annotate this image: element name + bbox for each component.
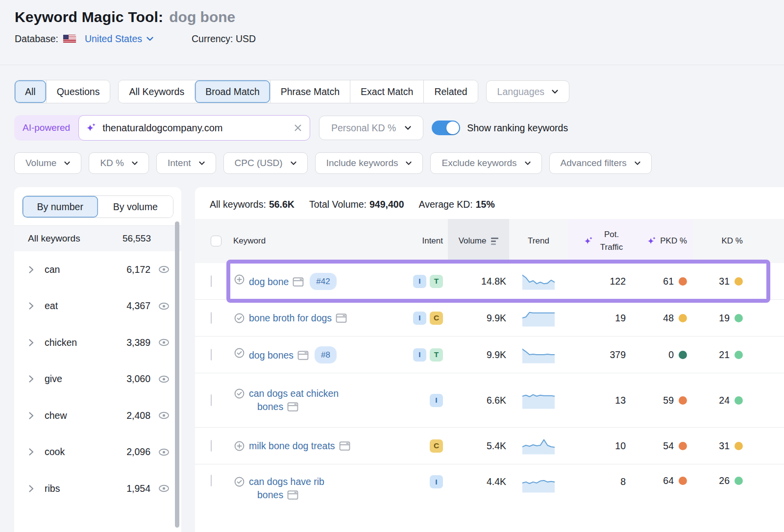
pot-traffic-value: 122 <box>568 276 632 287</box>
chevron-down-icon <box>635 161 640 166</box>
keyword-link[interactable]: can dogs eat chickenbones <box>249 387 339 413</box>
tab-exact-match[interactable]: Exact Match <box>350 80 423 103</box>
added-keyword-icon[interactable] <box>233 347 245 359</box>
languages-dropdown[interactable]: Languages <box>486 80 570 103</box>
col-intent[interactable]: Intent <box>398 236 448 246</box>
serp-icon[interactable] <box>336 313 347 323</box>
keyword-link[interactable]: dog bones#8 <box>249 346 337 363</box>
select-all-checkbox[interactable] <box>211 236 221 246</box>
col-trend[interactable]: Trend <box>509 236 568 246</box>
table-row[interactable]: dog bones#8 IT 9.9K 379 0 21 <box>195 337 784 373</box>
sidebar-group-ribs[interactable]: ribs 1,954 <box>14 470 181 507</box>
tab-all[interactable]: All <box>15 80 46 103</box>
keyword-link[interactable]: bone broth for dogs <box>249 312 347 325</box>
table-row[interactable]: can dogs have ribbones I 4.4K 8 64 26 <box>195 464 784 532</box>
filter-kd[interactable]: KD % <box>89 152 149 174</box>
sidebar-group-can[interactable]: can 6,172 <box>14 251 181 288</box>
chevron-down-icon <box>132 161 138 166</box>
row-checkbox[interactable] <box>211 475 212 486</box>
kd-score-dot <box>735 351 743 359</box>
tab-questions[interactable]: Questions <box>46 80 110 103</box>
clear-search-icon[interactable] <box>294 124 302 132</box>
tab-related[interactable]: Related <box>423 80 477 103</box>
added-keyword-icon[interactable] <box>233 387 245 400</box>
chevron-right-icon <box>29 375 34 383</box>
row-checkbox[interactable] <box>211 275 212 287</box>
tab-broad-match[interactable]: Broad Match <box>195 80 270 103</box>
add-keyword-icon[interactable] <box>233 440 245 452</box>
added-keyword-icon[interactable] <box>233 312 245 324</box>
serp-icon[interactable] <box>297 350 309 361</box>
row-checkbox[interactable] <box>211 312 212 324</box>
table-row[interactable]: can dogs eat chickenbones I 6.6K 13 59 2… <box>195 373 784 428</box>
col-pot-traffic[interactable]: Pot. Traffic <box>568 219 632 263</box>
sort-by-volume-button[interactable]: By volume <box>98 196 173 218</box>
filter-intent[interactable]: Intent <box>156 152 216 174</box>
add-keyword-icon[interactable] <box>233 273 245 286</box>
filter-advanced[interactable]: Advanced filters <box>549 152 652 174</box>
eye-icon[interactable] <box>157 264 171 275</box>
col-kd[interactable]: KD % <box>693 236 745 246</box>
filters-row: Volume KD % Intent CPC (USD) Include key… <box>14 152 769 174</box>
sidebar-all-keywords[interactable]: All keywords 56,553 <box>14 225 181 251</box>
show-ranking-keywords-toggle[interactable] <box>432 121 460 135</box>
personal-kd-dropdown[interactable]: Personal KD % <box>319 116 423 140</box>
row-checkbox[interactable] <box>211 440 212 452</box>
sort-by-number-button[interactable]: By number <box>23 196 98 218</box>
filter-exclude-keywords[interactable]: Exclude keywords <box>430 152 541 174</box>
eye-icon[interactable] <box>157 483 171 494</box>
sidebar-group-chicken[interactable]: chicken 3,389 <box>14 324 181 361</box>
serp-icon[interactable] <box>339 441 350 451</box>
eye-icon[interactable] <box>157 446 171 458</box>
eye-icon[interactable] <box>157 337 171 348</box>
intent-badge-transactional: T <box>430 275 443 288</box>
personal-kd-label: Personal KD % <box>331 122 396 134</box>
eye-icon[interactable] <box>157 373 171 385</box>
ranking-position-badge: #8 <box>315 346 337 363</box>
sidebar-group-eat[interactable]: eat 4,367 <box>14 288 181 325</box>
intent-badge-informational: I <box>413 275 426 288</box>
col-volume[interactable]: Volume <box>448 219 509 263</box>
serp-icon[interactable] <box>287 490 298 500</box>
volume-value: 9.9K <box>448 349 509 361</box>
toolbar: All Questions All Keywords Broad Match P… <box>0 65 784 174</box>
filter-include-keywords[interactable]: Include keywords <box>315 152 423 174</box>
sidebar-group-cook[interactable]: cook 2,096 <box>14 434 181 471</box>
col-pkd[interactable]: PKD % <box>632 219 693 263</box>
sidebar-group-chew[interactable]: chew 2,408 <box>14 397 181 434</box>
ai-powered-container: AI-powered thenaturaldogcompany.com <box>14 115 310 141</box>
keyword-link[interactable]: dog bone#42 <box>249 273 337 290</box>
eye-icon[interactable] <box>157 410 171 421</box>
chevron-right-icon <box>29 302 34 310</box>
keyword-link[interactable]: can dogs have ribbones <box>249 475 324 502</box>
serp-icon[interactable] <box>287 402 298 412</box>
pot-traffic-value: 8 <box>568 475 632 487</box>
table-stats: All keywords:56.6K Total Volume:949,400 … <box>195 187 784 219</box>
col-keyword[interactable]: Keyword <box>233 236 398 246</box>
pkd-value: 64 <box>663 475 674 486</box>
added-keyword-icon[interactable] <box>233 476 245 488</box>
serp-icon[interactable] <box>293 277 304 287</box>
keyword-link[interactable]: milk bone dog treats <box>249 439 350 453</box>
search-input[interactable]: thenaturaldogcompany.com <box>78 115 310 141</box>
table-row[interactable]: dog bone#42 IT 14.8K 122 61 31 <box>195 263 784 300</box>
filter-cpc[interactable]: CPC (USD) <box>223 152 308 174</box>
database-selector[interactable]: United States <box>63 33 153 45</box>
tab-all-keywords[interactable]: All Keywords <box>119 80 195 103</box>
tab-phrase-match[interactable]: Phrase Match <box>270 80 350 103</box>
intent-badge-informational: I <box>430 475 443 488</box>
page-title: Keyword Magic Tool: <box>15 9 163 25</box>
row-checkbox[interactable] <box>211 349 212 361</box>
row-checkbox[interactable] <box>211 394 212 406</box>
sidebar-scrollbar[interactable] <box>175 221 179 528</box>
pkd-score-dot <box>679 442 687 450</box>
kd-value: 31 <box>719 440 730 452</box>
table-row[interactable]: milk bone dog treats C 5.4K 10 54 31 <box>195 428 784 464</box>
table-row[interactable]: bone broth for dogs IC 9.9K 19 48 19 <box>195 300 784 337</box>
sidebar-group-give[interactable]: give 3,060 <box>14 361 181 398</box>
eye-icon[interactable] <box>157 300 171 312</box>
filter-volume[interactable]: Volume <box>14 152 81 174</box>
volume-value: 14.8K <box>448 276 509 287</box>
match-tab-group: All Keywords Broad Match Phrase Match Ex… <box>118 80 478 103</box>
pkd-score-dot <box>679 396 687 405</box>
